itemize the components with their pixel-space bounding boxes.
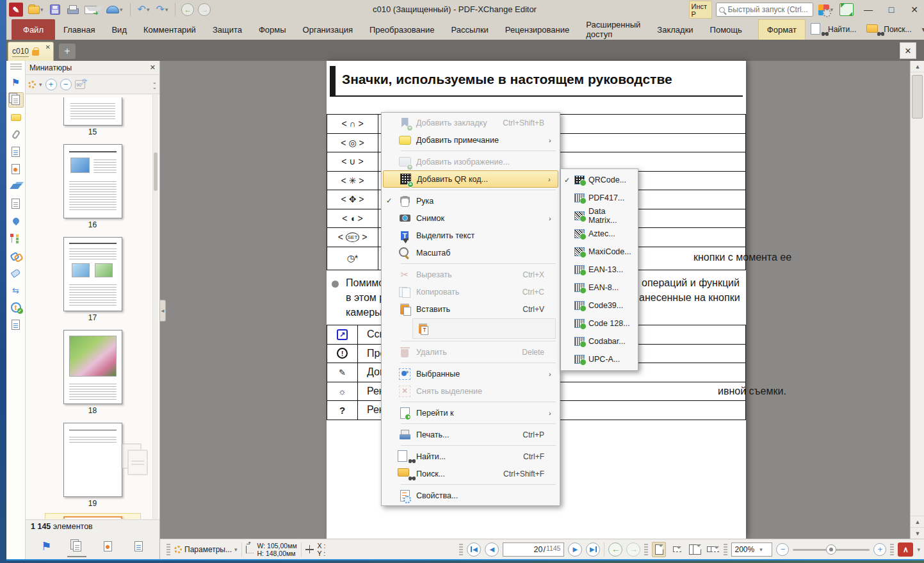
- attachments-panel-button[interactable]: [8, 127, 24, 142]
- signatures-tab[interactable]: [97, 537, 119, 556]
- thumbnail-scrollbar[interactable]: [152, 95, 158, 519]
- menu-item-delete[interactable]: УдалитьDelete: [382, 343, 560, 361]
- history-forward-button[interactable]: →: [198, 3, 211, 16]
- minimize-button[interactable]: —: [859, 2, 878, 17]
- thumbnails-tab[interactable]: [66, 537, 88, 556]
- find-button[interactable]: Найти...: [806, 19, 861, 40]
- page-thumbnail[interactable]: [63, 237, 122, 311]
- menu-item-copy[interactable]: КопироватьCtrl+C: [382, 283, 560, 300]
- submenu-item-ean8[interactable]: EAN-8...: [561, 279, 638, 297]
- submenu-item-qrcode[interactable]: ✓QRCode...: [561, 171, 638, 189]
- submenu-item-maxicode[interactable]: MaxiCode...: [561, 243, 638, 261]
- undo-button[interactable]: ↶▾: [136, 4, 151, 15]
- signatures-panel-button[interactable]: [8, 161, 24, 177]
- submenu-item-upca[interactable]: UPC-A...: [561, 350, 638, 368]
- tools-panel-button[interactable]: Инст Р: [689, 1, 712, 19]
- chevron-down-icon[interactable]: ▾: [39, 81, 42, 88]
- thumbnails-panel-button[interactable]: [8, 92, 24, 108]
- thumbnail-item[interactable]: 18: [45, 327, 141, 416]
- paste-options-strip[interactable]: [412, 318, 556, 339]
- search-input[interactable]: [727, 5, 810, 14]
- close-button[interactable]: ✕: [905, 2, 924, 17]
- tab-forms[interactable]: Формы: [250, 19, 295, 40]
- ribbon-more-chevron[interactable]: ▾: [917, 19, 924, 40]
- thumbnail-item[interactable]: 16: [45, 142, 141, 231]
- gear-icon[interactable]: [28, 81, 36, 88]
- scrollbar-thumb[interactable]: [154, 152, 158, 191]
- structure-panel-button[interactable]: [8, 231, 24, 246]
- tab-view[interactable]: Вид: [103, 19, 135, 40]
- menu-item-selected[interactable]: Выбранные›: [382, 365, 560, 382]
- fields-tab[interactable]: [128, 537, 150, 556]
- menu-item-search[interactable]: Поиск...Ctrl+Shift+F: [382, 465, 560, 482]
- panel-close-icon[interactable]: ✕: [150, 63, 156, 72]
- page-thumbnail[interactable]: [63, 144, 122, 218]
- scrollbar-thumb[interactable]: [912, 75, 923, 118]
- ui-options-button[interactable]: ▾: [817, 3, 834, 17]
- destinations-panel-button[interactable]: [8, 213, 24, 229]
- next-view-button[interactable]: →: [626, 543, 640, 557]
- menu-item-go-to[interactable]: Перейти к›: [382, 404, 560, 421]
- tab-format[interactable]: Формат: [758, 19, 806, 40]
- accessibility-check-button[interactable]: t: [8, 300, 24, 315]
- order-panel-button[interactable]: ⇆: [8, 282, 24, 298]
- panel-collapse-chevrons[interactable]: ⌄⌄: [152, 79, 157, 90]
- scroll-up-button-2[interactable]: ▲: [911, 516, 924, 527]
- tab-convert[interactable]: Преобразование: [361, 19, 443, 40]
- tab-share[interactable]: Рассылки: [442, 19, 496, 40]
- menu-item-properties[interactable]: Свойства...: [382, 487, 560, 504]
- thumbnail-item[interactable]: 17: [45, 234, 141, 323]
- print-button[interactable]: [65, 4, 79, 15]
- redo-button[interactable]: ↷▾: [155, 4, 170, 15]
- thumbnail-list[interactable]: 15 16 17: [26, 95, 159, 519]
- rotate-page-button[interactable]: 90°: [75, 80, 85, 89]
- submenu-item-aztec[interactable]: Aztec...: [561, 225, 638, 243]
- previous-page-button[interactable]: ◀: [485, 543, 499, 557]
- two-page-continuous-button[interactable]: [706, 542, 720, 557]
- submenu-item-code128[interactable]: Code 128...: [561, 314, 638, 332]
- zoom-slider[interactable]: [793, 543, 870, 557]
- menu-item-cut[interactable]: ВырезатьCtrl+X: [382, 266, 560, 283]
- toolbar-grip[interactable]: [459, 544, 463, 555]
- toolbar-grip[interactable]: [890, 544, 894, 555]
- zoom-level-select[interactable]: 200% ▾: [731, 543, 772, 557]
- toolbar-grip[interactable]: [166, 544, 170, 555]
- tab-file[interactable]: Файл: [12, 19, 55, 40]
- zoom-in-button[interactable]: +: [45, 79, 57, 90]
- submenu-item-code39[interactable]: Code39...: [561, 297, 638, 314]
- fullscreen-button[interactable]: [838, 2, 855, 17]
- tags-panel-button[interactable]: [8, 265, 24, 281]
- menu-item-hand-tool[interactable]: ✓ Рука: [382, 192, 560, 209]
- tab-accessibility[interactable]: Расширенный доступ: [578, 19, 649, 40]
- slider-knob[interactable]: [826, 544, 836, 555]
- page-thumbnail[interactable]: [63, 97, 122, 126]
- menu-item-print[interactable]: Печать...Ctrl+P: [382, 426, 560, 443]
- menu-item-add-bookmark[interactable]: + Добавить закладкуCtrl+Shift+B: [382, 114, 560, 131]
- menu-item-paste[interactable]: ВставитьCtrl+V: [382, 300, 560, 318]
- tab-protect[interactable]: Защита: [204, 19, 250, 40]
- zoom-in-button[interactable]: +: [873, 543, 886, 556]
- open-in-acrobat-button[interactable]: ∧: [898, 543, 913, 557]
- scroll-down-button[interactable]: ▼: [911, 527, 924, 539]
- scroll-up-button[interactable]: ▲: [911, 61, 924, 72]
- options-button[interactable]: Параметры... ▾: [174, 545, 238, 554]
- panel-splitter-handle[interactable]: ◄: [160, 300, 166, 322]
- submenu-item-datamatrix[interactable]: Data Matrix...: [561, 207, 638, 225]
- two-page-layout-button[interactable]: [688, 542, 702, 557]
- zoom-out-button[interactable]: −: [60, 79, 72, 90]
- continuous-layout-button[interactable]: [670, 542, 684, 557]
- quick-launch-search[interactable]: [716, 3, 813, 17]
- toolbar-grip[interactable]: [724, 544, 727, 555]
- tab-comment[interactable]: Комментарий: [135, 19, 204, 40]
- next-page-button[interactable]: ▶: [568, 543, 582, 557]
- submenu-item-pdf417[interactable]: PDF417...: [561, 189, 638, 207]
- maximize-button[interactable]: □: [882, 2, 901, 17]
- tab-help[interactable]: Помощь: [702, 19, 750, 40]
- submenu-item-ean13[interactable]: EAN-13...: [561, 261, 638, 279]
- tab-organize[interactable]: Организация: [295, 19, 361, 40]
- history-back-button[interactable]: ←: [181, 3, 194, 16]
- bookmarks-tab[interactable]: ⚑: [35, 537, 57, 556]
- menu-item-add-comment[interactable]: Добавить примечание›: [382, 131, 560, 149]
- tab-review[interactable]: Рецензирование: [497, 19, 578, 40]
- page-thumbnail[interactable]: [63, 330, 122, 404]
